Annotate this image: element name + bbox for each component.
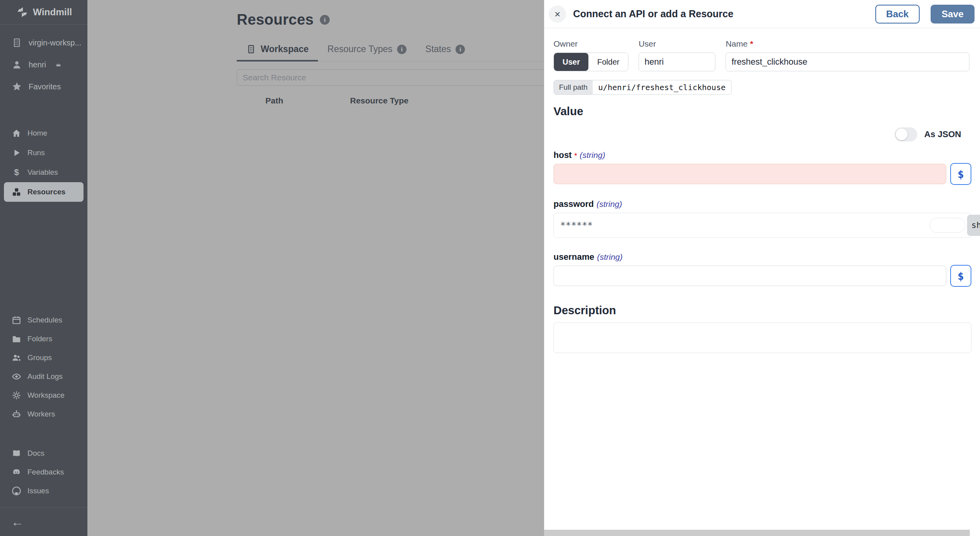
- variable-picker-button[interactable]: $: [950, 163, 971, 185]
- save-button[interactable]: Save: [931, 5, 975, 24]
- user-group: User: [639, 39, 715, 71]
- owner-toggle: User Folder: [554, 53, 628, 71]
- full-path-value: u/henri/freshest_clickhouse: [593, 80, 731, 94]
- required-asterisk: *: [750, 39, 753, 49]
- username-group: username (string) $: [554, 252, 971, 287]
- password-type: (string): [597, 199, 622, 209]
- dollar-icon: $: [12, 167, 21, 177]
- sidebar-item-workers[interactable]: Workers: [4, 405, 83, 424]
- sidebar: Windmill virgin-worksp... henri Favorite…: [0, 0, 87, 536]
- sidebar-item-resources[interactable]: Resources: [4, 182, 83, 202]
- toggle-knob: [896, 129, 907, 140]
- owner-user-option[interactable]: User: [554, 53, 588, 71]
- groups-icon: [12, 353, 21, 362]
- footer-menu: Docs Feedbacks Issues: [0, 444, 87, 500]
- sidebar-item-feedbacks[interactable]: Feedbacks: [4, 463, 83, 482]
- building-icon: [12, 38, 22, 48]
- owner-folder-option[interactable]: Folder: [588, 53, 628, 71]
- user-menu[interactable]: henri: [0, 54, 87, 76]
- password-group: password (string) sh: [554, 199, 971, 238]
- collapse-sidebar-button[interactable]: ←: [11, 515, 24, 529]
- robot-icon: [12, 409, 21, 419]
- back-button[interactable]: Back: [875, 5, 920, 24]
- close-icon[interactable]: ×: [549, 5, 566, 23]
- sidebar-spacer: [0, 202, 87, 311]
- calendar-icon: [12, 315, 21, 325]
- description-field[interactable]: [554, 322, 971, 353]
- windmill-logo-icon: [16, 6, 28, 18]
- sidebar-item-issues[interactable]: Issues: [4, 482, 83, 500]
- star-icon: [12, 81, 22, 92]
- github-icon: [12, 486, 21, 496]
- sidebar-item-label: Workers: [27, 410, 55, 418]
- sidebar-item-label: Docs: [27, 449, 44, 458]
- info-icon: i: [397, 45, 407, 54]
- discord-icon: [12, 467, 21, 477]
- workspace-switcher[interactable]: virgin-worksp...: [0, 32, 87, 54]
- book-icon: [12, 449, 21, 458]
- building-icon: [246, 44, 256, 54]
- horizontal-scrollbar[interactable]: [544, 530, 970, 536]
- folder-icon: [12, 334, 21, 344]
- sidebar-item-label: Audit Logs: [27, 372, 63, 381]
- user-icon: [12, 60, 22, 70]
- secondary-menu: Schedules Folders Groups Audit Logs Work…: [0, 311, 87, 424]
- sidebar-item-label: Folders: [27, 335, 52, 343]
- tab-resource-types[interactable]: Resource Types i: [318, 44, 416, 62]
- variable-picker-button[interactable]: $: [950, 265, 971, 287]
- required-asterisk: *: [574, 152, 577, 159]
- host-label: host: [554, 150, 572, 160]
- tab-label: Workspace: [261, 44, 309, 54]
- host-type: (string): [580, 150, 605, 160]
- eye-icon: [12, 372, 21, 381]
- sidebar-item-runs[interactable]: Runs: [4, 143, 83, 163]
- sidebar-item-label: Variables: [27, 168, 58, 177]
- drawer-header: × Connect an API or add a Resource Back …: [544, 0, 980, 28]
- password-pill: [929, 218, 965, 233]
- name-field[interactable]: [726, 53, 969, 71]
- sidebar-item-label: Resources: [27, 188, 65, 196]
- password-field[interactable]: [554, 213, 846, 237]
- page-title: Resources: [237, 11, 314, 28]
- user-field[interactable]: [639, 53, 715, 71]
- as-json-toggle[interactable]: [895, 127, 917, 141]
- host-group: host* (string) $: [554, 150, 971, 185]
- sidebar-item-home[interactable]: Home: [4, 123, 83, 143]
- username-field[interactable]: [554, 266, 946, 286]
- sidebar-item-audit-logs[interactable]: Audit Logs: [4, 367, 83, 386]
- resource-drawer: × Connect an API or add a Resource Back …: [544, 0, 980, 536]
- brand[interactable]: Windmill: [0, 0, 87, 25]
- name-label: Name *: [726, 39, 969, 49]
- show-password-button[interactable]: sh: [967, 215, 980, 236]
- sidebar-item-label: Feedbacks: [27, 468, 64, 476]
- scrollbar-corner: [970, 530, 980, 536]
- gear-icon: [12, 391, 21, 400]
- favorites-menu[interactable]: Favorites: [0, 76, 87, 98]
- tabs: Workspace Resource Types i States i: [237, 44, 545, 62]
- sidebar-item-folders[interactable]: Folders: [4, 330, 83, 348]
- info-icon: i: [456, 45, 465, 54]
- sidebar-item-label: Workspace: [27, 391, 65, 400]
- username-label: username: [554, 252, 594, 262]
- sidebar-item-label: Home: [27, 129, 47, 138]
- host-field[interactable]: [554, 164, 946, 184]
- sidebar-item-label: Groups: [27, 353, 52, 362]
- sidebar-item-label: Issues: [27, 487, 49, 495]
- owner-group: Owner User Folder: [554, 39, 628, 71]
- sidebar-item-variables[interactable]: $ Variables: [4, 163, 83, 182]
- sidebar-item-docs[interactable]: Docs: [4, 444, 83, 463]
- value-heading: Value: [554, 105, 971, 118]
- name-group: Name *: [726, 39, 969, 71]
- sidebar-item-workspace-settings[interactable]: Workspace: [4, 386, 83, 405]
- home-icon: [12, 129, 21, 138]
- sidebar-item-schedules[interactable]: Schedules: [4, 311, 83, 330]
- sidebar-item-groups[interactable]: Groups: [4, 348, 83, 367]
- info-icon[interactable]: i: [320, 15, 330, 25]
- tab-workspace[interactable]: Workspace: [237, 44, 318, 62]
- column-path: Path: [265, 96, 283, 105]
- workspace-name: virgin-worksp...: [29, 38, 81, 47]
- tab-states[interactable]: States i: [416, 44, 474, 62]
- brand-label: Windmill: [33, 7, 72, 18]
- drawer-title: Connect an API or add a Resource: [573, 8, 868, 20]
- crown-icon: [53, 62, 64, 68]
